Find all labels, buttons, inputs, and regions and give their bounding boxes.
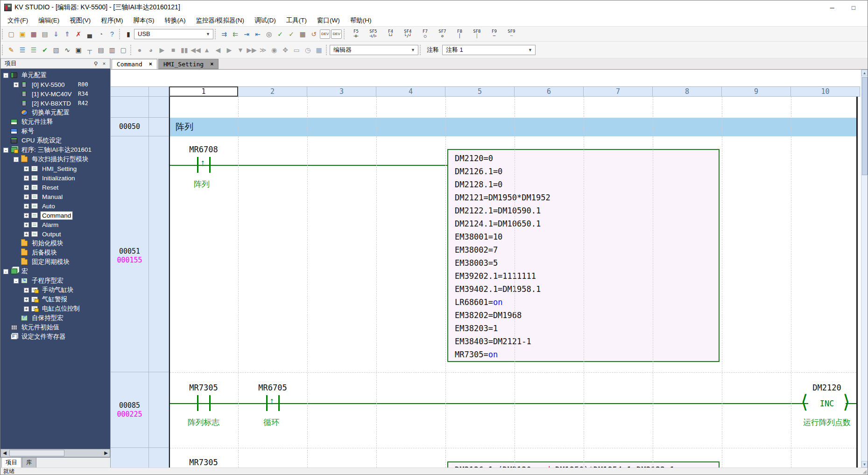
collapse-icon[interactable]: - [3, 73, 8, 78]
margin-header-narrow[interactable] [149, 86, 169, 97]
device-select[interactable]: USB▼ [134, 29, 213, 39]
tree-item-output[interactable]: +Output [0, 229, 110, 239]
menu-item-9[interactable]: 工具(T) [281, 15, 312, 26]
step-next-icon[interactable]: ▶ [224, 44, 235, 56]
margin-header-wide[interactable] [111, 86, 149, 97]
stop-icon[interactable]: ■ [168, 44, 179, 56]
rung2-contact2-device[interactable]: MR6705 [240, 383, 305, 392]
play-icon[interactable]: ▶ [156, 44, 168, 56]
tree-item--[interactable]: +气缸警报 [0, 295, 110, 304]
print-icon[interactable]: ▄ [84, 28, 95, 40]
watch-window-icon[interactable]: ▭ [291, 44, 302, 56]
expand-icon[interactable]: + [24, 213, 29, 218]
row-00085-margin[interactable]: 00085000225 [111, 372, 149, 448]
open-project-icon[interactable]: ▣ [17, 28, 28, 40]
row-partial-margin2[interactable] [149, 448, 169, 468]
ladder-canvas[interactable]: 阵列 ↑ MR6708 阵列 DM2120=0DM2126.1=0DM2128.… [111, 70, 861, 468]
unit-transfer-icon[interactable]: ↺ [308, 28, 319, 40]
column-header-7[interactable]: 7 [584, 86, 653, 97]
pin-icon[interactable]: ⚲ [92, 61, 99, 67]
resize-grip-icon[interactable]: ◢ [863, 468, 868, 475]
project-tree-hscrollbar[interactable]: ◀ ▶ [0, 449, 110, 457]
menu-item-2[interactable]: 编辑(E) [33, 15, 64, 26]
dock-tab-库[interactable]: 库 [22, 458, 36, 468]
tree-item--[interactable]: -子程序型宏 [0, 276, 110, 285]
tab-hmi_setting[interactable]: HMI_Setting× [158, 59, 219, 69]
scroll-down-icon[interactable]: ▼ [861, 461, 868, 468]
tree-item-initialization[interactable]: +Initialization [0, 173, 110, 183]
tree-item--[interactable]: 初始化模块 [0, 239, 110, 248]
continue-icon[interactable]: ≫ [257, 44, 268, 56]
batch-monitor-button[interactable]: DEV [331, 29, 341, 39]
ladder-monitor-icon[interactable]: ▤ [95, 44, 106, 56]
collapse-icon[interactable]: - [14, 278, 19, 284]
fkey-f5-button[interactable]: F5⊣⊢ [347, 28, 365, 41]
delete-hmi-icon[interactable]: ✗ [73, 28, 84, 40]
rising-edge-icon[interactable]: ↑ [200, 157, 205, 168]
menu-item-5[interactable]: 脚本(S) [128, 15, 160, 26]
plc-verify-icon[interactable]: ✓ [275, 28, 286, 40]
fkey-sf9-button[interactable]: SF9┈ [503, 28, 520, 41]
tree-item--[interactable]: 切换单元配置 [0, 108, 110, 117]
expand-icon[interactable]: + [24, 288, 29, 293]
script-edit-icon[interactable]: ✔ [39, 44, 50, 56]
branch-line-icon[interactable]: ┬ [84, 44, 95, 56]
tab-command[interactable]: Command× [112, 59, 157, 69]
rewind-icon[interactable]: ◀◀ [190, 44, 201, 56]
expand-icon[interactable]: + [24, 166, 29, 171]
tree-item--[interactable]: 后备模块 [0, 248, 110, 257]
close-icon[interactable]: × [210, 61, 213, 67]
column-header-5[interactable]: 5 [445, 86, 515, 97]
plc-write-icon[interactable]: ⇥ [241, 28, 252, 40]
menu-item-11[interactable]: 帮助(H) [345, 15, 377, 26]
row-00051-margin2[interactable] [149, 136, 169, 372]
pause-circle-icon[interactable]: ◉ [268, 44, 280, 56]
row-empty-margin[interactable] [111, 97, 149, 118]
column-header-2[interactable]: 2 [238, 86, 307, 97]
menu-item-3[interactable]: 视图(V) [64, 15, 96, 26]
tree-item-command[interactable]: +Command [0, 211, 110, 220]
expand-icon[interactable]: + [24, 194, 29, 199]
expand-icon[interactable]: + [24, 222, 29, 227]
import-project-icon[interactable]: ⇓ [50, 28, 62, 40]
tree-item--[interactable]: 软元件注释 [0, 117, 110, 127]
editor-mode-select[interactable]: 编辑器▼ [330, 45, 418, 55]
tree-item--[interactable]: -每次扫描执行型模块 [0, 155, 110, 164]
fkey-f4-button[interactable]: F4└┘ [382, 28, 399, 41]
plc-read-icon[interactable]: ⇤ [252, 28, 263, 40]
simulator-window-icon[interactable]: ▢ [118, 44, 129, 56]
row-00050-margin2[interactable] [149, 118, 169, 136]
rung3-contact-device[interactable]: MR7305 [171, 458, 236, 467]
menu-item-8[interactable]: 调试(D) [249, 15, 281, 26]
tree-item--[interactable]: 设定文件寄存器 [0, 332, 110, 341]
pc-to-plc-transfer-icon[interactable]: ⇉ [219, 28, 230, 40]
column-header-3[interactable]: 3 [307, 86, 376, 97]
collapse-icon[interactable]: - [3, 148, 8, 153]
unit-editor-icon[interactable]: ▦ [297, 28, 308, 40]
hand-pause-icon[interactable]: ✥ [280, 44, 291, 56]
scroll-right-icon[interactable]: ▶ [102, 449, 110, 457]
scroll-left-icon[interactable]: ◀ [1, 449, 8, 457]
tree-item-alarm[interactable]: +Alarm [0, 220, 110, 229]
save-hmi-icon[interactable]: ▤ [39, 28, 50, 40]
hscroll-thumb[interactable] [9, 450, 64, 456]
rung2-contact1-device[interactable]: MR7305 [171, 383, 236, 392]
menu-item-10[interactable]: 窗口(W) [312, 15, 345, 26]
tree-item--[interactable]: 自保持型宏 [0, 313, 110, 323]
row-partial-margin[interactable] [111, 448, 149, 468]
tree-item--[interactable]: +手动气缸块 [0, 285, 110, 295]
tree-item--[interactable]: -宏 [0, 267, 110, 276]
new-project-icon[interactable]: ▢ [6, 28, 17, 40]
tree-item--[interactable]: -单元配置 [0, 71, 110, 80]
fkey-sf5-button[interactable]: SF5⊣/⊢ [365, 28, 382, 41]
inc-coil[interactable]: INC [808, 399, 846, 408]
usb-device-icon[interactable]: ▮ [123, 28, 134, 40]
tree-item--[interactable]: 软元件初始值 [0, 323, 110, 332]
save-project-icon[interactable]: ▦ [28, 28, 39, 40]
column-header-4[interactable]: 4 [376, 86, 445, 97]
tree-item--iai-201601[interactable]: -程序: 三轴IAI丰达201601 [0, 145, 110, 155]
step-down-icon[interactable]: ▼ [235, 44, 246, 56]
menu-item-7[interactable]: 监控器/模拟器(N) [191, 15, 250, 26]
fkey-sf8-button[interactable]: SF8┊ [468, 28, 486, 41]
time-chart-icon[interactable]: ▦ [313, 44, 325, 56]
